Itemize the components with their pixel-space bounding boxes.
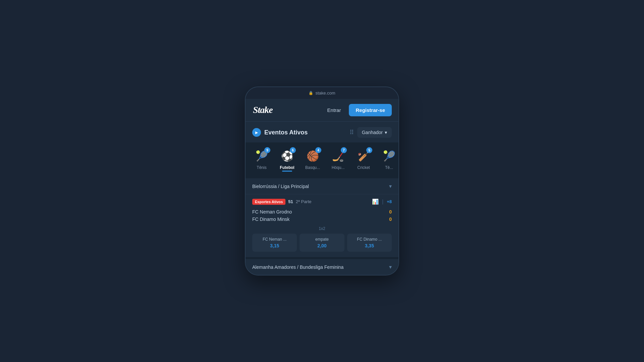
tennis2-icon (383, 150, 395, 162)
events-controls: ⠿ Ganhador ▾ (350, 127, 392, 138)
odds-team-draw: empate (302, 237, 341, 242)
login-button[interactable]: Entrar (323, 105, 345, 116)
bet-type-label: 1x2 (252, 226, 392, 231)
sport-tab-football[interactable]: 6 Futebol (275, 146, 299, 174)
basketball-badge: 4 (315, 147, 321, 153)
odds-btn-1[interactable]: FC Neman ... 3,15 (252, 234, 297, 252)
sport-tab-cricket[interactable]: 5 Cricket (352, 146, 376, 174)
events-title: ▶ Eventos Ativos (252, 128, 308, 137)
browser-url: stake.com (315, 90, 335, 96)
header-actions: Entrar Registrar-se (323, 104, 392, 116)
match-meta: Esportes Ativos 51 2ª Parte 📊 | +8 (252, 198, 392, 205)
football-label: Futebol (280, 165, 294, 170)
filter-label: Ganhador (362, 130, 383, 135)
match-meta-right: 📊 | +8 (372, 198, 392, 205)
league1-title: Bielorrússia / Liga Principal (252, 184, 309, 189)
team2-name: FC Dinamo Minsk (252, 217, 289, 222)
divider: | (382, 199, 383, 205)
team2-score: 0 (389, 217, 392, 222)
league2-title: Alemanha Amadores / Bundesliga Feminina (252, 264, 343, 270)
active-underline (282, 171, 292, 172)
main-content: ▶ Eventos Ativos ⠿ Ganhador ▾ 9 Tên (246, 122, 398, 275)
events-title-text: Eventos Ativos (264, 129, 308, 136)
filter-dropdown[interactable]: Ganhador ▾ (357, 127, 392, 138)
tennis2-label: Tê... (385, 165, 393, 170)
register-button[interactable]: Registrar-se (349, 104, 392, 116)
browser-bar: 🔒 stake.com (246, 87, 398, 99)
odds-team-2: FC Dinamo ... (350, 237, 389, 242)
tennis-icon-wrapper: 9 (254, 148, 270, 164)
tennis-label: Tênis (257, 165, 266, 170)
team1-row: FC Neman Grodno 0 (252, 208, 392, 216)
tennis-badge: 9 (264, 147, 270, 153)
league2-header[interactable]: Alemanha Amadores / Bundesliga Feminina … (246, 257, 398, 275)
football-icon-wrapper: 6 (279, 148, 295, 164)
basketball-icon-wrapper: 4 (305, 148, 321, 164)
more-markets[interactable]: +8 (387, 199, 392, 204)
match-time: 51 (288, 199, 293, 204)
match-card-1: Esportes Ativos 51 2ª Parte 📊 | +8 FC Ne… (246, 194, 398, 257)
stats-icon[interactable]: 📊 (372, 198, 379, 205)
svg-text:Stake: Stake (253, 105, 273, 115)
league1-section: Bielorrússia / Liga Principal ▾ Esportes… (246, 178, 398, 257)
sport-tab-basketball[interactable]: 4 Basqu... (301, 146, 325, 174)
live-badge: Esportes Ativos (252, 199, 285, 205)
team1-name: FC Neman Grodno (252, 209, 292, 215)
cricket-label: Cricket (357, 165, 370, 170)
odds-value-1: 3,15 (255, 243, 294, 248)
sport-tab-hockey[interactable]: 7 Hóqu... (326, 146, 350, 174)
hockey-badge: 7 (341, 147, 347, 153)
odds-value-2: 3,35 (350, 243, 389, 248)
lock-icon: 🔒 (309, 91, 313, 95)
cricket-badge: 5 (366, 147, 372, 153)
phone-frame: 🔒 stake.com Stake Entrar Registrar-se ▶ … (245, 86, 399, 276)
football-badge: 6 (290, 147, 296, 153)
odds-btn-draw[interactable]: empate 2,00 (300, 234, 344, 252)
app-logo: Stake (252, 103, 279, 117)
odds-btn-2[interactable]: FC Dinamo ... 3,35 (347, 234, 392, 252)
league1-chevron-icon: ▾ (389, 183, 392, 189)
sport-tab-tennis[interactable]: 9 Tênis (250, 146, 274, 174)
grid-icon[interactable]: ⠿ (350, 129, 354, 136)
hockey-label: Hóqu... (332, 165, 345, 170)
cricket-icon-wrapper: 5 (356, 148, 372, 164)
team2-row: FC Dinamo Minsk 0 (252, 216, 392, 223)
events-header: ▶ Eventos Ativos ⠿ Ganhador ▾ (246, 122, 398, 142)
chevron-down-icon: ▾ (385, 130, 387, 135)
match-period: 2ª Parte (296, 199, 312, 204)
odds-row: FC Neman ... 3,15 empate 2,00 FC Dinamo … (252, 234, 392, 252)
sport-tab-tennis2[interactable]: Tê... (377, 146, 398, 174)
play-icon: ▶ (252, 128, 261, 137)
tennis2-icon-wrapper (381, 148, 397, 164)
sports-tabs-container: 9 Tênis 6 Futebol 4 (246, 142, 398, 178)
team1-score: 0 (389, 209, 392, 215)
sports-tabs: 9 Tênis 6 Futebol 4 (246, 146, 398, 174)
hockey-icon-wrapper: 7 (330, 148, 346, 164)
league2-chevron-icon: ▾ (389, 264, 392, 270)
odds-value-draw: 2,00 (302, 243, 341, 248)
league2-section: Alemanha Amadores / Bundesliga Feminina … (246, 257, 398, 275)
league1-header[interactable]: Bielorrússia / Liga Principal ▾ (246, 178, 398, 194)
app-header: Stake Entrar Registrar-se (246, 99, 398, 122)
basketball-label: Basqu... (305, 165, 320, 170)
odds-team-1: FC Neman ... (255, 237, 294, 242)
